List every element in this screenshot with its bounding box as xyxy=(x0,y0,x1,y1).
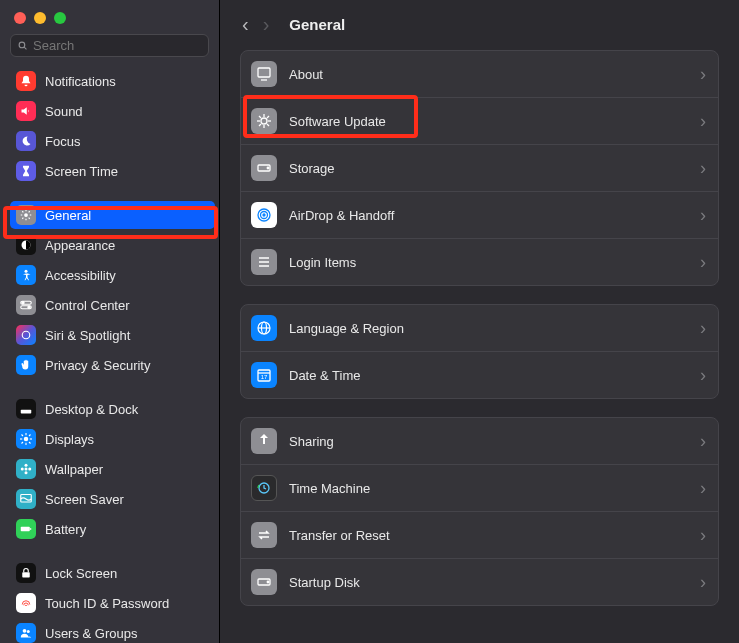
svg-point-61 xyxy=(267,581,269,583)
page-title: General xyxy=(289,16,345,33)
row-language-region[interactable]: Language & Region › xyxy=(241,305,718,352)
sidebar-item-label: Siri & Spotlight xyxy=(45,328,130,343)
sidebar-item-sound[interactable]: Sound xyxy=(10,97,215,125)
row-date-time[interactable]: 17 Date & Time › xyxy=(241,352,718,398)
svg-point-2 xyxy=(24,213,28,217)
row-label: Language & Region xyxy=(289,321,404,336)
svg-point-25 xyxy=(25,471,28,474)
share-icon xyxy=(251,428,277,454)
mac-icon xyxy=(251,61,277,87)
row-startup-disk[interactable]: Startup Disk › xyxy=(241,559,718,605)
svg-point-23 xyxy=(25,468,28,471)
lock-icon xyxy=(16,563,36,583)
users-icon xyxy=(16,623,36,643)
fullscreen-window-button[interactable] xyxy=(54,12,66,24)
row-label: Time Machine xyxy=(289,481,370,496)
svg-point-46 xyxy=(267,167,269,169)
sidebar-item-privacy-security[interactable]: Privacy & Security xyxy=(10,351,215,379)
main-panel: ‹ › General About › Software Update › St… xyxy=(220,0,739,643)
svg-point-32 xyxy=(23,629,27,633)
speaker-icon xyxy=(16,101,36,121)
sun-icon xyxy=(16,429,36,449)
svg-point-14 xyxy=(24,437,29,442)
svg-line-41 xyxy=(259,116,261,118)
row-about[interactable]: About › xyxy=(241,51,718,98)
sidebar-item-appearance[interactable]: Appearance xyxy=(10,231,215,259)
svg-line-1 xyxy=(24,47,26,49)
svg-line-22 xyxy=(22,442,24,444)
chevron-right-icon: › xyxy=(700,111,706,132)
airdrop-icon xyxy=(251,202,277,228)
sidebar-item-label: Displays xyxy=(45,432,94,447)
flower-icon xyxy=(16,459,36,479)
settings-group-1: About › Software Update › Storage › AirD… xyxy=(240,50,719,286)
svg-line-42 xyxy=(267,124,269,126)
svg-rect-29 xyxy=(21,527,30,532)
sidebar-item-siri-spotlight[interactable]: Siri & Spotlight xyxy=(10,321,215,349)
chevron-right-icon: › xyxy=(700,205,706,226)
sidebar-item-general[interactable]: General xyxy=(10,201,215,229)
svg-point-49 xyxy=(263,214,265,216)
chevron-right-icon: › xyxy=(700,252,706,273)
sidebar-item-wallpaper[interactable]: Wallpaper xyxy=(10,455,215,483)
back-button[interactable]: ‹ xyxy=(242,14,249,34)
svg-point-8 xyxy=(28,306,30,308)
sidebar-item-label: General xyxy=(45,208,91,223)
svg-rect-30 xyxy=(30,528,32,530)
svg-point-9 xyxy=(22,331,30,339)
row-transfer-reset[interactable]: Transfer or Reset › xyxy=(241,512,718,559)
minimize-window-button[interactable] xyxy=(34,12,46,24)
battery-icon xyxy=(16,519,36,539)
close-window-button[interactable] xyxy=(14,12,26,24)
sidebar-item-label: Control Center xyxy=(45,298,130,313)
sidebar-item-displays[interactable]: Displays xyxy=(10,425,215,453)
row-sharing[interactable]: Sharing › xyxy=(241,418,718,465)
sidebar-item-label: Screen Saver xyxy=(45,492,124,507)
sidebar-item-screen-saver[interactable]: Screen Saver xyxy=(10,485,215,513)
svg-point-0 xyxy=(19,42,25,48)
svg-rect-31 xyxy=(22,572,30,577)
sidebar-item-touch-id[interactable]: Touch ID & Password xyxy=(10,589,215,617)
sidebar-item-accessibility[interactable]: Accessibility xyxy=(10,261,215,289)
window-controls xyxy=(0,0,219,34)
sidebar-item-desktop-dock[interactable]: Desktop & Dock xyxy=(10,395,215,423)
sidebar-item-lock-screen[interactable]: Lock Screen xyxy=(10,559,215,587)
row-label: Startup Disk xyxy=(289,575,360,590)
row-label: Date & Time xyxy=(289,368,361,383)
sidebar-item-label: Appearance xyxy=(45,238,115,253)
sidebar-item-focus[interactable]: Focus xyxy=(10,127,215,155)
search-input[interactable] xyxy=(33,38,201,53)
sidebar-item-battery[interactable]: Battery xyxy=(10,515,215,543)
svg-point-27 xyxy=(28,468,31,471)
row-login-items[interactable]: Login Items › xyxy=(241,239,718,285)
svg-rect-13 xyxy=(28,411,30,413)
svg-line-44 xyxy=(259,124,261,126)
chevron-right-icon: › xyxy=(700,64,706,85)
svg-point-33 xyxy=(27,630,30,633)
svg-point-36 xyxy=(261,118,267,124)
row-storage[interactable]: Storage › xyxy=(241,145,718,192)
sidebar-item-control-center[interactable]: Control Center xyxy=(10,291,215,319)
row-software-update[interactable]: Software Update › xyxy=(241,98,718,145)
svg-point-4 xyxy=(25,270,28,273)
search-field[interactable] xyxy=(10,34,209,57)
disk-icon xyxy=(251,155,277,181)
row-time-machine[interactable]: Time Machine › xyxy=(241,465,718,512)
row-airdrop-handoff[interactable]: AirDrop & Handoff › xyxy=(241,192,718,239)
gear-badge-icon xyxy=(251,108,277,134)
row-label: AirDrop & Handoff xyxy=(289,208,394,223)
chevron-right-icon: › xyxy=(700,525,706,546)
svg-rect-11 xyxy=(22,411,24,413)
forward-button[interactable]: › xyxy=(263,14,270,34)
wave-icon xyxy=(16,489,36,509)
sidebar-item-users-groups[interactable]: Users & Groups xyxy=(10,619,215,643)
moon-icon xyxy=(16,131,36,151)
sidebar-item-label: Sound xyxy=(45,104,83,119)
settings-group-2: Language & Region › 17 Date & Time › xyxy=(240,304,719,399)
svg-point-24 xyxy=(25,464,28,467)
row-label: About xyxy=(289,67,323,82)
svg-line-20 xyxy=(29,442,31,444)
sidebar-item-screen-time[interactable]: Screen Time xyxy=(10,157,215,185)
sidebar-item-notifications[interactable]: Notifications xyxy=(10,67,215,95)
disk-icon xyxy=(251,569,277,595)
